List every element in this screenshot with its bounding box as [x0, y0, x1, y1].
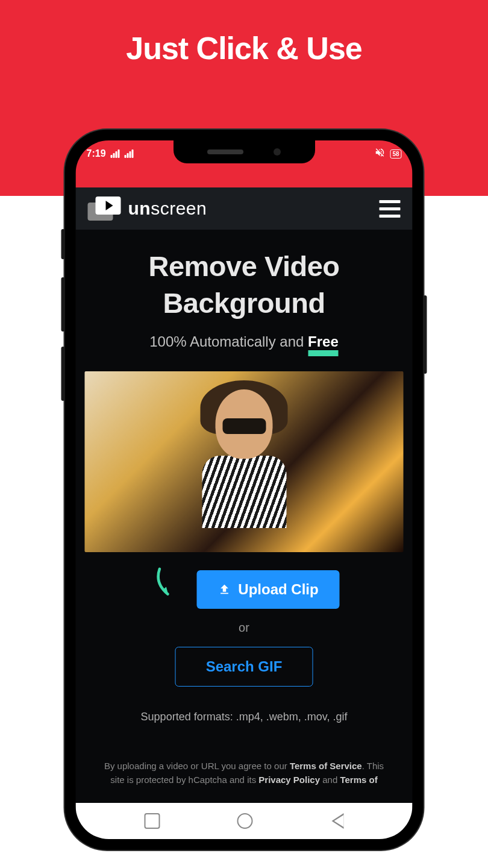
page-title: Remove Video Background [85, 248, 404, 321]
back-button[interactable] [330, 813, 343, 829]
phone-screen: 7:19 58 [76, 140, 413, 839]
brand-name: unscreen [128, 198, 207, 219]
phone-notch [174, 140, 315, 163]
speaker-icon [207, 149, 243, 154]
phone-power-button [424, 295, 427, 374]
red-accent-strip [76, 167, 413, 187]
phone-volume-down [61, 347, 65, 401]
video-preview-image [85, 371, 404, 552]
status-left: 7:19 [87, 148, 134, 159]
free-highlight: Free [308, 333, 339, 350]
signal-icon [111, 149, 120, 158]
camera-icon [274, 148, 281, 156]
phone-side-button [61, 229, 65, 259]
phone-mockup-frame: 7:19 58 [65, 130, 424, 850]
search-gif-button[interactable]: Search GIF [175, 647, 313, 687]
app-header: unscreen [76, 187, 413, 230]
privacy-policy-link[interactable]: Privacy Policy [258, 775, 320, 785]
home-button[interactable] [237, 813, 253, 829]
battery-icon: 58 [390, 149, 401, 159]
mute-icon [374, 147, 385, 160]
terms-link[interactable]: Terms of [340, 775, 377, 785]
supported-formats-text: Supported formats: .mp4, .webm, .mov, .g… [85, 711, 404, 723]
menu-button[interactable] [380, 200, 401, 218]
status-time: 7:19 [87, 148, 106, 159]
brand-logo[interactable]: unscreen [88, 197, 207, 221]
upload-action-row: Upload Clip [85, 570, 404, 609]
logo-icon [88, 197, 121, 221]
phone-volume-up [61, 277, 65, 332]
upload-clip-button[interactable]: Upload Clip [196, 570, 339, 609]
recent-apps-button[interactable] [145, 813, 160, 829]
upload-icon [217, 583, 231, 596]
terms-of-service-link[interactable]: Terms of Service [290, 761, 362, 771]
main-content: Remove Video Background 100% Automatical… [76, 230, 413, 787]
or-separator: or [85, 621, 404, 635]
page-subtitle: 100% Automatically and Free [85, 333, 404, 350]
legal-disclaimer: By uploading a video or URL you agree to… [85, 760, 404, 787]
android-nav-bar [76, 803, 413, 839]
status-right: 58 [374, 147, 401, 160]
signal-icon [125, 149, 134, 158]
arrow-icon [144, 563, 186, 611]
